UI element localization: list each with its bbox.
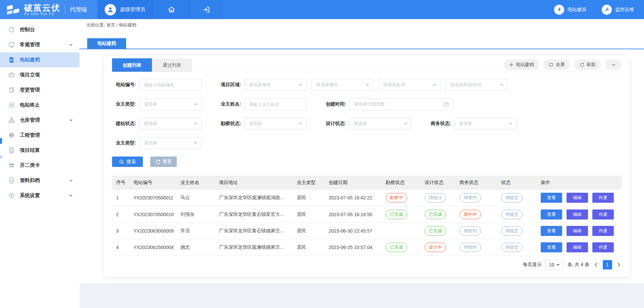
station-no-input[interactable] [140, 79, 202, 91]
search-icon [119, 159, 124, 164]
nav-monitor-ops[interactable]: 监控运维 [602, 5, 634, 15]
void-button[interactable]: 作废 [592, 242, 614, 252]
card-icon [8, 162, 15, 169]
sidebar-item-class2-card[interactable]: 开二类卡 [0, 158, 79, 173]
page-1-button[interactable]: 1 [603, 260, 612, 269]
cell-owner-name: 学员 [178, 223, 216, 239]
sidebar-scrollbar-track[interactable] [0, 155, 2, 159]
business-status-label: 商务状态: [427, 121, 451, 127]
chevron-down-icon [611, 63, 616, 67]
logout-button[interactable] [191, 0, 222, 19]
sidebar-item-project-setup[interactable]: 项目立项 [0, 67, 79, 82]
survey-status-select[interactable]: 请选择 [245, 118, 307, 130]
edit-button[interactable]: 编辑 [567, 193, 588, 203]
void-button[interactable]: 作废 [592, 209, 614, 220]
sidebar-scrollbar-thumb[interactable] [0, 138, 2, 144]
edit-button[interactable]: 编辑 [567, 209, 588, 220]
view-button[interactable]: 查看 [541, 209, 562, 220]
date-range-picker[interactable]: 请选择日期范围 [350, 98, 453, 110]
void-button[interactable]: 作废 [592, 193, 614, 203]
view-button[interactable]: 查看 [541, 226, 562, 236]
chevron-down-icon [69, 43, 73, 47]
view-button[interactable]: 查看 [541, 242, 562, 252]
edit-button[interactable]: 编辑 [567, 226, 588, 236]
build-status-select[interactable]: 请选择 [140, 118, 202, 130]
collapse-button[interactable] [605, 59, 622, 70]
logo-subtitle: Po Jian Yun Fu [24, 12, 60, 16]
sidebar-item-label: 控制台 [20, 26, 35, 33]
chevron-left-icon [594, 262, 598, 267]
search-button[interactable]: 搜索 [112, 157, 143, 167]
survey-status-label: 勘察状态: [217, 121, 241, 127]
col-create-date: 创建日期 [326, 176, 383, 190]
sidebar-item-console[interactable]: 控制台 [0, 22, 79, 37]
district-select[interactable]: 请选择县/区 [379, 79, 441, 91]
cell-station-code: YX2023070500010 [131, 206, 178, 223]
cell-owner-type: 居民 [294, 190, 326, 206]
design-status-badge: 已完成 [425, 210, 446, 219]
header-right-nav: 电站建设 监控运维 [554, 0, 644, 19]
user-menu[interactable]: 超级管理员 [97, 0, 153, 19]
sidebar-item-station-terminate[interactable]: 电站终止 [0, 98, 79, 113]
business-status-badge: 签约中 [460, 210, 481, 219]
cell-station-code: YX2023062500004 [131, 239, 178, 255]
breadcrumb-label: 当前位置: [86, 22, 105, 28]
breadcrumb: 当前位置: 首页 / 电站建档 [79, 19, 644, 31]
nav-monitor-ops-label: 监控运维 [615, 7, 634, 13]
build-status-label: 建站状态: [112, 121, 136, 127]
province-select[interactable]: 请选择省份 [245, 79, 307, 91]
business-status-select[interactable]: 请选择 [454, 118, 517, 130]
person-icon [107, 6, 114, 13]
edit-button[interactable]: 编辑 [567, 242, 588, 252]
fullscreen-button[interactable]: 全屏 [543, 59, 570, 70]
sidebar-item-label: 工程管理 [20, 132, 40, 138]
archive-icon [8, 177, 15, 184]
cell-index: 1 [112, 190, 131, 206]
void-button[interactable]: 作废 [592, 226, 614, 236]
reset-button[interactable]: 重置 [150, 157, 177, 167]
sidebar-item-project-settlement[interactable]: 项目结算 [0, 143, 79, 158]
cell-create-date: 2023-06-30 22:45:57 [326, 223, 383, 239]
sidebar-item-station-archive[interactable]: 电站建档 [0, 52, 79, 67]
cell-index: 4 [112, 239, 131, 255]
cell-owner-name: 刘强东 [178, 206, 216, 223]
prev-page-button[interactable] [593, 262, 599, 267]
owner-type2-select[interactable]: 请选择 [140, 137, 202, 149]
cell-owner-name: 马云 [178, 190, 216, 206]
sidebar-item-system-settings[interactable]: 系统设置 [0, 188, 79, 203]
tab-passed-list[interactable]: 通过列表 [152, 58, 192, 72]
nav-station-build[interactable]: 电站建设 [554, 5, 586, 15]
home-button[interactable] [153, 0, 191, 19]
next-page-button[interactable] [616, 262, 622, 267]
header-spacer [222, 0, 554, 19]
cell-owner-name: 姚忠 [178, 239, 216, 255]
lightning-icon [554, 5, 564, 15]
page-tab-bar: 电站建档 [79, 31, 644, 49]
per-page-select[interactable]: 10 [545, 260, 564, 270]
gauge-icon [8, 132, 15, 138]
owner-name-input[interactable] [245, 98, 307, 110]
sidebar-item-general-mgmt[interactable]: 常规管理 [0, 37, 79, 52]
select-caret-icon [404, 123, 407, 126]
sidebar-item-change-mgmt[interactable]: 变更管理 [0, 82, 79, 98]
city-select[interactable]: 请选择城市 [312, 79, 374, 91]
sidebar-item-label: 系统设置 [20, 192, 40, 199]
view-button[interactable]: 查看 [541, 193, 562, 203]
sidebar-item-warehouse-mgmt[interactable]: 仓库管理 [0, 113, 79, 128]
tab-create-list[interactable]: 创建列表 [112, 58, 152, 72]
col-index: 序号 [112, 176, 131, 190]
refresh-button[interactable]: 刷新 [574, 59, 601, 70]
col-survey-status: 勘察状态 [383, 176, 422, 190]
tab-station-archive[interactable]: 电站建档 [87, 38, 126, 49]
create-station-button[interactable]: 电站建档 [504, 59, 539, 70]
logout-icon [203, 6, 210, 13]
town-select[interactable]: 请选择村镇/街道 [446, 79, 508, 91]
owner-type-select[interactable]: 请选择 [140, 98, 202, 110]
cell-address: 广东深圳龙华区观澜镇姚家庄... [216, 239, 294, 255]
select-caret-icon [194, 123, 197, 126]
design-status-label: 设计状态: [322, 121, 346, 127]
sidebar-item-data-archive[interactable]: 资料归档 [0, 173, 79, 188]
sidebar-item-engineering-mgmt[interactable]: 工程管理 [0, 128, 79, 143]
cell-station-code: YX2023063000009 [131, 223, 178, 239]
design-status-select[interactable]: 请选择 [350, 118, 412, 130]
